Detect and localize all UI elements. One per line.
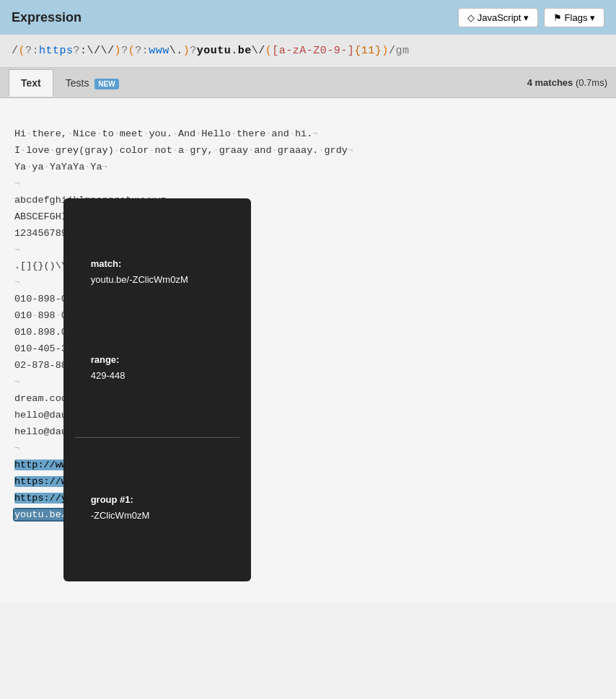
expr-dot-escape: \. bbox=[170, 45, 183, 57]
tooltip-group-line: group #1: -ZClicWm0zM bbox=[75, 475, 239, 539]
tooltip-range-line: range: 429-448 bbox=[75, 336, 239, 400]
line-2: I·love·grey(gray)·color·not·a·gry,·graay… bbox=[14, 145, 353, 156]
tooltip-group-label: group #1: bbox=[91, 494, 133, 505]
tabs-bar: Text Tests NEW 4 matches (0.7ms) bbox=[0, 68, 616, 98]
match-tooltip: match: youtu.be/-ZClicWm0zM range: 429-4… bbox=[63, 198, 251, 581]
line-empty-4: ¬ bbox=[14, 377, 19, 387]
expr-group-optional: ? bbox=[121, 45, 128, 57]
line-empty-2: ¬ bbox=[14, 245, 19, 255]
expr-group-close3: ) bbox=[382, 45, 389, 57]
line-3: Ya·ya·YaYaYa·Ya¬ bbox=[14, 162, 107, 172]
expr-non-capture: ?: bbox=[25, 45, 39, 57]
line-1: Hi·there,·Nice·to·meet·you.·And·Hello·th… bbox=[14, 128, 318, 139]
tooltip-match-label: match: bbox=[91, 258, 122, 269]
expr-open-slash: / bbox=[12, 45, 19, 57]
expr-close-slash: / bbox=[389, 45, 396, 57]
expr-group-close1: ) bbox=[115, 45, 122, 57]
expr-colon: : bbox=[80, 45, 87, 57]
matches-info: 4 matches (0.7ms) bbox=[527, 77, 607, 88]
javascript-button[interactable]: ◇ JavaScript ▾ bbox=[458, 8, 538, 27]
tabs-left: Text Tests NEW bbox=[9, 69, 131, 97]
expr-https: https bbox=[39, 45, 74, 57]
tooltip-divider bbox=[75, 437, 239, 438]
line-empty-1: ¬ bbox=[14, 178, 19, 189]
expr-nc2: ?: bbox=[135, 45, 149, 57]
tooltip-range-label: range: bbox=[91, 354, 120, 365]
tooltip-match-line: match: youtu.be/-ZClicWm0zM bbox=[75, 240, 239, 304]
expr-group-open3: ( bbox=[265, 45, 273, 57]
flags-button[interactable]: ⚑ Flags ▾ bbox=[544, 8, 604, 27]
page-title: Expression bbox=[12, 10, 82, 25]
matches-count: 4 matches bbox=[527, 77, 573, 88]
text-area[interactable]: Hi·there,·Nice·to·meet·you.·And·Hello·th… bbox=[0, 98, 616, 603]
expr-dot: . bbox=[231, 45, 238, 57]
matches-time: (0.7ms) bbox=[576, 77, 607, 88]
tests-new-badge: NEW bbox=[94, 79, 118, 89]
expr-slashes: \/\/ bbox=[87, 45, 115, 57]
expr-group-open2: ( bbox=[128, 45, 136, 57]
expr-group-open: ( bbox=[19, 45, 26, 57]
tooltip-match-value: youtu.be/-ZClicWm0zM bbox=[91, 274, 188, 285]
tab-tests[interactable]: Tests NEW bbox=[53, 69, 131, 96]
expr-www: www bbox=[149, 45, 170, 57]
expr-be: be bbox=[238, 45, 252, 57]
line-empty-5: ¬ bbox=[14, 443, 19, 454]
expr-flags: gm bbox=[395, 45, 409, 57]
expr-fwdslash: \/ bbox=[252, 45, 265, 57]
expr-www-optional: ? bbox=[190, 45, 197, 57]
expr-group-close2: ) bbox=[183, 45, 190, 57]
expr-youtu: youtu bbox=[197, 45, 232, 57]
expr-s-optional: ? bbox=[74, 45, 81, 57]
tooltip-range-value: 429-448 bbox=[91, 370, 126, 381]
header-buttons: ◇ JavaScript ▾ ⚑ Flags ▾ bbox=[458, 8, 604, 27]
tab-text[interactable]: Text bbox=[9, 69, 53, 97]
tooltip-group-value: -ZClicWm0zM bbox=[91, 510, 150, 521]
header: Expression ◇ JavaScript ▾ ⚑ Flags ▾ bbox=[0, 0, 616, 35]
line-empty-3: ¬ bbox=[14, 277, 19, 288]
expr-quantifier: {11} bbox=[354, 45, 382, 57]
expr-char-class: [a-zA-Z0-9-] bbox=[272, 45, 354, 57]
expression-bar: /(?:https?:\/\/)?(?:www\.)?youtu.be\/([a… bbox=[0, 35, 616, 68]
